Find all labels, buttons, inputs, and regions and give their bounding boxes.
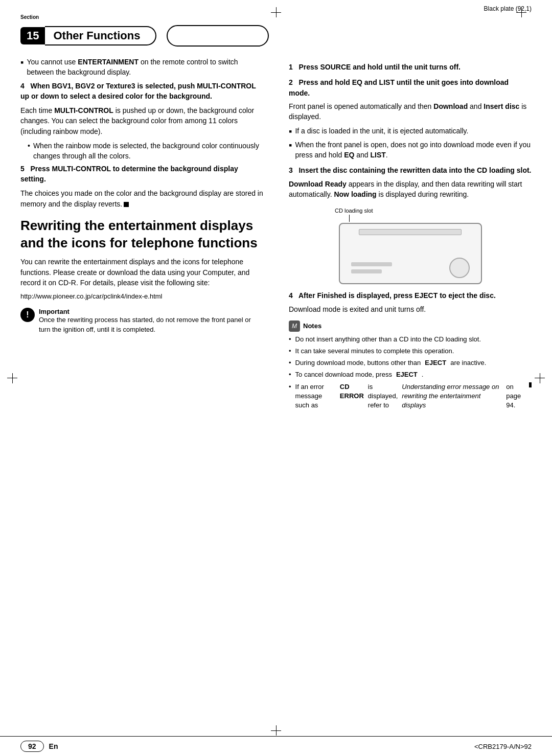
bullet-icon2: ▪ — [289, 127, 292, 136]
big-heading: Rewriting the entertainment displays and… — [20, 217, 263, 252]
crosshair-top-right — [516, 7, 526, 17]
step4r-body: Download mode is exited and unit turns o… — [289, 304, 532, 314]
step1-heading: 1 Press SOURCE and hold until the unit t… — [289, 62, 532, 72]
en-label: En — [49, 742, 58, 750]
cd-diagram-wrapper: CD loading slot — [289, 208, 532, 284]
bullet-entertainment: ▪ You cannot use ENTERTAINMENT on the re… — [20, 57, 263, 78]
important-box: ! Important Once the rewriting process h… — [20, 308, 263, 339]
step2-bullet1-text: If a disc is loaded in the unit, it is e… — [295, 126, 468, 136]
crosshair-bottom-center — [271, 725, 281, 736]
page-number-box: 92 — [20, 741, 44, 752]
step4r-heading: 4 After Finished is displayed, press EJE… — [289, 290, 532, 301]
cd-circle — [449, 258, 470, 278]
crosshair-left-mid — [7, 373, 17, 383]
important-icon: ! — [20, 308, 35, 322]
step2-bullet1: ▪ If a disc is loaded in the unit, it is… — [289, 126, 532, 136]
notes-list: Do not insert anything other than a CD i… — [289, 335, 532, 410]
step2-heading: 2 Press and hold EQ and LIST until the u… — [289, 77, 532, 98]
step2-body: Front panel is opened automatically and … — [289, 101, 532, 122]
important-body: Once the rewriting process has started, … — [39, 315, 263, 335]
important-content: Important Once the rewriting process has… — [39, 308, 263, 339]
sub-bullet-text: When the rainbow mode is selected, the b… — [33, 141, 263, 162]
cd-unit-diagram — [339, 223, 482, 284]
step5-heading: 5 Press MULTI-CONTROL to determine the b… — [20, 164, 263, 185]
url-text: http://www.pioneer.co.jp/car/pclink4/ind… — [20, 292, 263, 302]
section-title: Other Functions — [45, 26, 156, 45]
left-column: ▪ You cannot use ENTERTAINMENT on the re… — [15, 57, 268, 416]
crosshair-right-mid — [535, 373, 545, 383]
crosshair-top-center — [271, 7, 281, 17]
note-item-4: To cancel download mode, press EJECT. — [289, 370, 532, 379]
notes-icon: M — [289, 320, 300, 332]
page-number: 92 — [28, 742, 36, 750]
note-item-2: It can take several minutes to complete … — [289, 347, 532, 356]
step5-body: The choices you made on the color and th… — [20, 188, 263, 209]
note-item-1: Do not insert anything other than a CD i… — [289, 335, 532, 344]
crb-code: <CRB2179-A/N>92 — [474, 743, 532, 750]
step2-bullet2: ▪ When the front panel is open, does not… — [289, 140, 532, 161]
content-area: ▪ You cannot use ENTERTAINMENT on the re… — [0, 57, 552, 416]
notes-header: M Notes — [289, 320, 532, 332]
bullet-entertainment-text: You cannot use ENTERTAINMENT on the remo… — [27, 57, 263, 78]
step3-heading: 3 Insert the disc containing the rewritt… — [289, 165, 532, 175]
note-item-5: If an error message such as CD ERROR is … — [289, 382, 532, 410]
cd-bottom-row — [346, 258, 475, 278]
cd-loading-slot-label: CD loading slot — [289, 208, 532, 214]
step3-body: Download Ready appears in the display, a… — [289, 179, 532, 200]
big-body: You can rewrite the entertainment displa… — [20, 257, 263, 288]
end-marker — [124, 202, 129, 207]
section-number: 15 — [20, 27, 45, 44]
section-empty-box — [167, 25, 269, 47]
bullet-icon3: ▪ — [289, 141, 292, 161]
step2-bullet2-text: When the front panel is open, does not g… — [295, 140, 532, 161]
footer: 92 En <CRB2179-A/N>92 — [0, 736, 552, 756]
notes-box: M Notes Do not insert anything other tha… — [289, 320, 532, 410]
bullet-icon: ▪ — [20, 58, 24, 78]
sub-bullet-rainbow: • When the rainbow mode is selected, the… — [28, 141, 263, 162]
notes-label: Notes — [303, 322, 321, 330]
sub-bullet-dot: • — [28, 141, 30, 162]
end-marker-2 — [529, 382, 532, 387]
section-header: 15 Other Functions — [0, 25, 552, 47]
step4-heading: 4 When BGV1, BGV2 or Texture3 is selecte… — [20, 81, 263, 102]
right-column: 1 Press SOURCE and hold until the unit t… — [284, 57, 537, 416]
important-label: Important — [39, 308, 263, 315]
step4-body: Each time MULTI-CONTROL is pushed up or … — [20, 105, 263, 136]
cd-slot — [359, 229, 462, 235]
note-item-3: During download mode, buttons other than… — [289, 358, 532, 368]
